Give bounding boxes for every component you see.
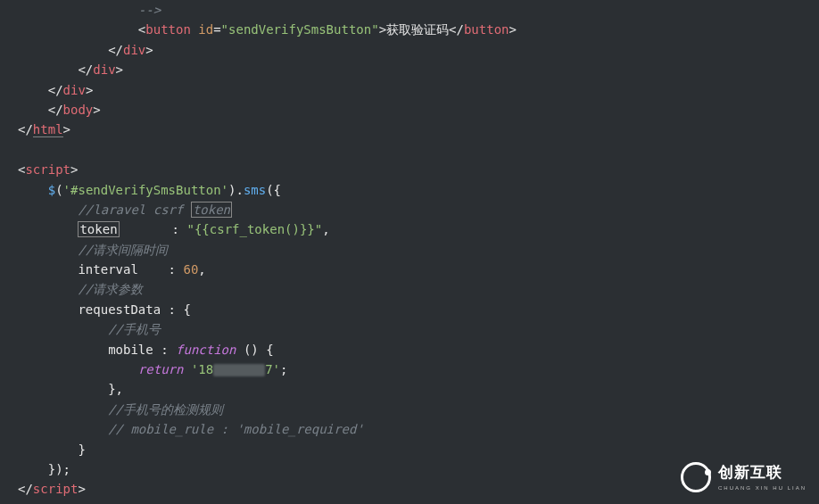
code-line: }); [18,462,70,476]
code-line: //请求参数 [18,282,143,296]
code-editor[interactable]: --> <button id="sendVerifySmsButton">获取验… [0,0,819,500]
code-line: //请求间隔时间 [18,243,168,257]
code-line: </div> [18,62,123,77]
code-line: //手机号的检测规则 [18,402,223,417]
sel-token: token [78,221,119,237]
logo-text-cn: 创新互联 [718,460,807,484]
code-line: token : "{{csrf_token()}}", [18,221,330,237]
code-line: //手机号 [18,322,161,336]
watermark-logo: 创新互联 CHUANG XIN HU LIAN [681,460,807,493]
logo-icon [681,462,711,492]
redacted-text [213,364,265,376]
code-line: </html> [18,122,70,137]
code-line: interval : 60, [18,262,206,277]
code-line: $('#sendVerifySmsButton').sms({ [18,183,281,197]
code-line: //laravel csrf token [18,202,232,218]
code-line: <script> [18,162,78,177]
logo-text-en: CHUANG XIN HU LIAN [718,484,807,493]
code-line: --> [18,3,161,17]
code-line: </div> [18,43,153,57]
code-line: } [18,442,86,457]
code-line: return '187'; [18,362,287,376]
code-line: </div> [18,83,93,97]
code-line: </script> [18,482,86,496]
code-line: }, [18,382,123,396]
code-line: requestData : { [18,302,191,317]
code-line: // mobile_rule : 'mobile_required' [18,422,364,436]
code-line: <button id="sendVerifySmsButton">获取验证码</… [18,22,517,37]
code-line: mobile : function () { [18,343,274,357]
code-line: </body> [18,103,101,117]
